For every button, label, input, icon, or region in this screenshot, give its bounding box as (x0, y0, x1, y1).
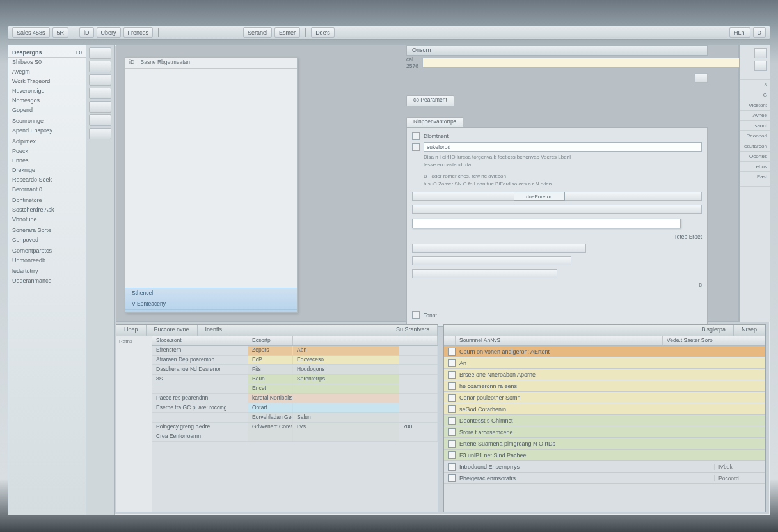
list-item[interactable]: seGod Cotarhenin (444, 403, 765, 415)
ribbon-btn-1-1[interactable]: Ubery (97, 27, 121, 38)
bl-tab[interactable]: Puccore nvne (147, 325, 198, 336)
bl-tab[interactable]: Hoep (116, 325, 147, 336)
bl-col-d[interactable] (399, 336, 438, 345)
list-item[interactable]: Ertene Suamena pimgreang N O rtDs (444, 438, 765, 450)
ribbon-btn-1-0[interactable]: iD (79, 27, 94, 38)
list-item[interactable]: he coameronn ra eens (444, 380, 765, 392)
toolstrip-icon[interactable] (89, 114, 111, 126)
page-bar-row[interactable]: V Eonteaceny (125, 299, 297, 310)
leftnav-item[interactable]: Unmonreedb (8, 256, 86, 265)
rightstrip-button[interactable] (754, 48, 767, 58)
leftnav-item[interactable]: Dreknige (8, 166, 86, 175)
leftnav-item[interactable]: Dohtinetore (8, 196, 86, 205)
leftnav-item[interactable]: Avegm (8, 67, 86, 77)
form-input-1[interactable] (424, 142, 702, 152)
mid-input[interactable] (412, 219, 681, 228)
table-row[interactable]: Eserne tra GC pLare: roccingOntart (152, 403, 438, 413)
checkbox-icon[interactable] (448, 371, 456, 379)
ribbon-btn-2-2[interactable]: Dee's (311, 27, 335, 38)
leftnav-item[interactable]: Apend Ensposy (8, 126, 86, 136)
list-item[interactable]: Cenor pouleother Somn (444, 392, 765, 403)
br-col-b[interactable]: Vede.t Saeter Soro (663, 336, 765, 345)
ribbon-btn-3-0[interactable]: HLhi (729, 27, 750, 38)
checkbox-icon[interactable] (448, 451, 456, 459)
leftnav-item[interactable]: Work Trageord (8, 77, 86, 86)
toolstrip-icon[interactable] (89, 47, 111, 59)
table-row[interactable]: Crea Eenforroamn (152, 432, 438, 442)
toolstrip-icon[interactable] (89, 101, 111, 113)
leftnav-item[interactable]: Uederanmance (8, 276, 86, 286)
bl-side-item[interactable]: Ratns (116, 336, 152, 346)
leftnav-item[interactable]: Seonronnge (8, 116, 86, 126)
checkbox-icon[interactable] (448, 440, 456, 448)
bl-tab[interactable]: Inentls (198, 325, 231, 336)
slider-bar[interactable]: doeEnre on (412, 192, 702, 201)
ribbon-btn-2-0[interactable]: Seranel (243, 27, 272, 38)
toolstrip-icon[interactable] (89, 88, 111, 99)
table-row[interactable]: Encet (152, 384, 438, 394)
ribbon-btn-0-1[interactable]: 5R (52, 27, 69, 38)
leftnav-item[interactable]: SostcherdreiAsk (8, 205, 86, 215)
checkbox-icon[interactable] (448, 405, 456, 413)
table-row[interactable]: 8SBounSorentetrps (152, 375, 438, 384)
bl-col-a[interactable]: Sloce.sont (152, 336, 248, 345)
slider-knob[interactable]: doeEnre on (514, 192, 565, 201)
dialog-aux-button[interactable] (695, 73, 708, 83)
leftnav-item[interactable]: Researdo Soek (8, 175, 86, 185)
checkbox-icon[interactable] (448, 382, 456, 390)
checkbox-icon[interactable] (448, 359, 456, 367)
checkbox-icon[interactable] (448, 474, 456, 482)
page-bar-row[interactable]: Sthencel (125, 288, 297, 299)
leftnav-item[interactable]: Gornentparotcs (8, 246, 86, 256)
br-tab[interactable]: Nrsep (734, 325, 765, 336)
toolstrip-icon[interactable] (89, 61, 111, 72)
checkbox-icon[interactable] (448, 394, 456, 402)
list-item[interactable]: F3 unlP1 net Sind Pachee (444, 450, 765, 461)
list-item[interactable]: Courn on vonen andigeron: AErtont (444, 346, 765, 357)
br-tab[interactable]: Bisglerpa (694, 325, 734, 336)
leftnav-item[interactable]: Shibeos S0 (8, 58, 86, 67)
table-row[interactable]: EfrensternZeporsAbn (152, 346, 438, 356)
table-row[interactable]: Eorvehladan GecersSalun (152, 413, 438, 423)
ribbon-btn-0-0[interactable]: Sales 458s (12, 27, 50, 38)
checkbox-icon[interactable] (448, 463, 456, 471)
leftnav-item[interactable]: ledartotrry (8, 267, 86, 276)
bl-col-c[interactable] (293, 336, 399, 345)
leftnav-item[interactable]: Nomesgos (8, 96, 86, 106)
crumb-field[interactable] (422, 58, 755, 68)
checkbox-icon[interactable] (448, 348, 456, 356)
dialog-tab-1[interactable]: co Pearament (406, 95, 454, 106)
table-row[interactable]: Afraraen Dep poaremonEcPEqoveceso (152, 356, 438, 365)
leftnav-item[interactable]: Gopend (8, 106, 86, 115)
br-col-a[interactable]: Sounnnel AnNvS (456, 336, 663, 345)
leftnav-item[interactable]: Ennes (8, 156, 86, 166)
document-page[interactable]: iD Basne Rbgetmeatan Sthencel V Eonteace… (125, 57, 298, 313)
table-row[interactable]: Dascheranoe Nd DesrenorFitsHoudogons (152, 365, 438, 375)
bl-col-b[interactable]: Ecsortp (248, 336, 293, 345)
list-item[interactable]: An (444, 357, 765, 369)
checkbox-icon[interactable] (448, 428, 456, 436)
table-row[interactable]: Paece res pearendnnkaretal Nortibalts (152, 394, 438, 403)
leftnav-item[interactable]: Poeck (8, 146, 86, 156)
checkbox-icon[interactable] (448, 417, 456, 425)
leftnav-item[interactable]: Aolpimex (8, 137, 86, 146)
leftnav-item[interactable]: Sonerara Sorte (8, 226, 86, 235)
dialog-tab-2[interactable]: Rinpbenvantorrps (406, 117, 463, 127)
ribbon-btn-1-2[interactable]: Frences (123, 27, 154, 38)
ribbon-btn-3-1[interactable]: D (753, 27, 766, 38)
leftnav-item[interactable]: Neveronsige (8, 86, 86, 96)
leftnav-item[interactable]: Vbnotune (8, 215, 86, 224)
bl-tab[interactable]: Su Srantvers (388, 325, 438, 336)
rightstrip-button[interactable] (754, 61, 767, 71)
toolstrip-icon[interactable] (89, 128, 111, 139)
list-item[interactable]: Introduond EnsernprrysIVbek (444, 461, 765, 473)
list-item[interactable]: Pheigerac enmsoratrsPocoord (444, 473, 765, 484)
ribbon-btn-2-1[interactable]: Esmer (274, 27, 300, 38)
table-row[interactable]: Poingecy greng nAdreGdWenen' CoresLVs700 (152, 423, 438, 432)
toolstrip-icon[interactable] (89, 74, 111, 86)
leftnav-item[interactable]: Conpoved (8, 235, 86, 245)
leftnav-item[interactable]: Berornant 0 (8, 185, 86, 194)
list-item[interactable]: Srore t arcosemcene (444, 426, 765, 438)
list-item[interactable]: Deontesst s Ghimnct (444, 415, 765, 426)
list-item[interactable]: Brsee one Nneroabon Aporne (444, 369, 765, 380)
